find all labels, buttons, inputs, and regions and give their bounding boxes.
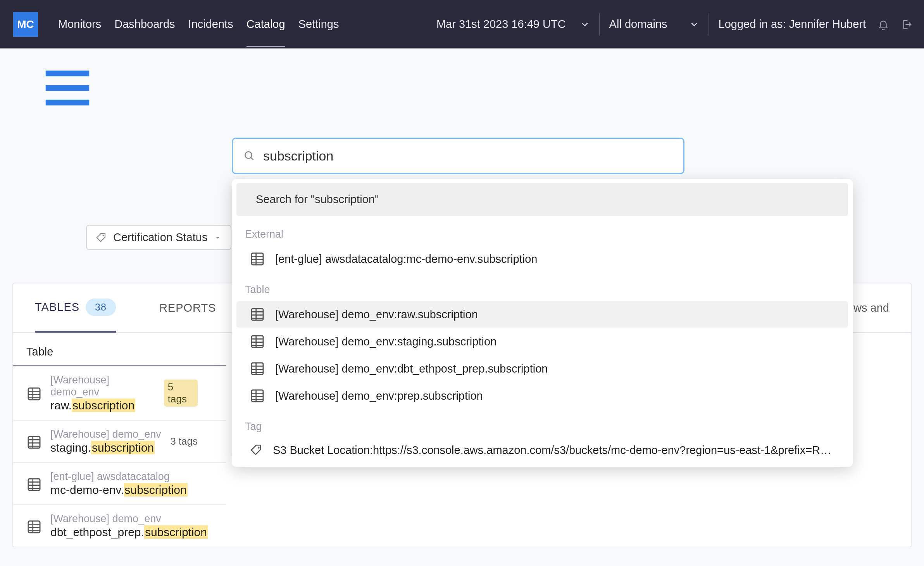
- timestamp-text: Mar 31st 2023 16:49 UTC: [436, 18, 566, 31]
- row-source: [ent-glue] awsdatacatalog: [50, 471, 188, 483]
- tab-label: REPORTS: [159, 302, 216, 314]
- row-name: mc-demo-env.subscription: [50, 483, 188, 497]
- username: Jennifer Hubert: [789, 18, 866, 30]
- autocomplete-item[interactable]: [ent-glue] awsdatacatalog:mc-demo-env.su…: [236, 246, 848, 272]
- table-row[interactable]: [Warehouse] demo_env dbt_ethpost_prep.su…: [13, 505, 226, 547]
- search-for-row[interactable]: Search for "subscription": [236, 183, 848, 216]
- chevron-down-icon: [580, 19, 590, 29]
- hamburger-menu-button[interactable]: [9, 59, 23, 73]
- table-row[interactable]: [ent-glue] awsdatacatalog mc-demo-env.su…: [13, 463, 226, 505]
- app-logo[interactable]: MC: [13, 12, 38, 37]
- autocomplete-item-label: [ent-glue] awsdatacatalog:mc-demo-env.su…: [275, 253, 537, 266]
- table-icon: [250, 388, 265, 404]
- row-name: dbt_ethpost_prep.subscription: [50, 526, 208, 539]
- divider: [709, 13, 709, 36]
- autocomplete-section-header-table: Table: [232, 273, 853, 300]
- row-source: [Warehouse] demo_env: [50, 374, 155, 398]
- search-input[interactable]: [263, 148, 673, 164]
- autocomplete-item-label: [Warehouse] demo_env:staging.subscriptio…: [275, 335, 496, 348]
- nav-link-catalog[interactable]: Catalog: [247, 1, 285, 47]
- search-box[interactable]: [232, 138, 684, 174]
- table-icon: [26, 435, 42, 450]
- search-autocomplete-dropdown: Search for "subscription" External [ent-…: [232, 179, 853, 467]
- table-icon: [26, 477, 42, 492]
- autocomplete-item-label: [Warehouse] demo_env:raw.subscription: [275, 308, 478, 321]
- divider: [599, 13, 600, 36]
- nav-link-dashboards[interactable]: Dashboards: [114, 1, 175, 47]
- autocomplete-item[interactable]: [Warehouse] demo_env:staging.subscriptio…: [236, 328, 848, 355]
- table-icon: [250, 334, 265, 349]
- autocomplete-item-label: S3 Bucket Location:https://s3.console.aw…: [273, 444, 835, 457]
- logout-icon[interactable]: [901, 19, 912, 30]
- nav-link-incidents[interactable]: Incidents: [188, 1, 233, 47]
- table-icon: [250, 251, 265, 267]
- tab-label: TABLES: [35, 301, 79, 314]
- truncated-text: ws and: [853, 302, 889, 314]
- row-source: [Warehouse] demo_env: [50, 428, 161, 440]
- table-icon: [250, 307, 265, 322]
- table-icon: [250, 361, 265, 376]
- primary-nav: Monitors Dashboards Incidents Catalog Se…: [58, 1, 339, 47]
- autocomplete-item[interactable]: [Warehouse] demo_env:dbt_ethpost_prep.su…: [236, 355, 848, 382]
- bell-icon[interactable]: [877, 19, 889, 30]
- search-icon: [243, 150, 255, 162]
- top-navbar: MC Monitors Dashboards Incidents Catalog…: [0, 0, 924, 48]
- nav-link-settings[interactable]: Settings: [298, 1, 339, 47]
- chevron-down-icon: [689, 19, 699, 29]
- table-icon: [26, 519, 42, 535]
- certification-status-label: Certification Status: [113, 231, 207, 244]
- tag-icon: [95, 232, 107, 243]
- autocomplete-item[interactable]: [Warehouse] demo_env:raw.subscription: [236, 301, 848, 328]
- tab-reports[interactable]: REPORTS: [159, 283, 216, 332]
- row-name: raw.subscription: [50, 399, 155, 412]
- certification-status-filter[interactable]: Certification Status: [86, 225, 231, 250]
- caret-down-icon: [214, 233, 222, 242]
- row-source: [Warehouse] demo_env: [50, 513, 208, 525]
- timezone-selector[interactable]: Mar 31st 2023 16:49 UTC: [436, 18, 590, 31]
- domain-selector-label: All domains: [609, 18, 667, 31]
- row-tags-count: 5 tags: [164, 380, 198, 407]
- row-tags-count: 3 tags: [170, 435, 198, 447]
- table-icon: [26, 386, 42, 402]
- tag-icon: [250, 443, 263, 457]
- table-row[interactable]: [Warehouse] demo_env raw.subscription 5 …: [13, 366, 226, 421]
- tab-count-badge: 38: [86, 299, 116, 316]
- autocomplete-item-label: [Warehouse] demo_env:dbt_ethpost_prep.su…: [275, 362, 548, 375]
- row-name: staging.subscription: [50, 441, 161, 454]
- autocomplete-section-header-external: External: [232, 217, 853, 245]
- column-header-table: Table: [13, 333, 226, 366]
- domain-selector[interactable]: All domains: [609, 18, 699, 31]
- autocomplete-item[interactable]: [Warehouse] demo_env:prep.subscription: [236, 383, 848, 409]
- table-row[interactable]: [Warehouse] demo_env staging.subscriptio…: [13, 421, 226, 463]
- autocomplete-item[interactable]: S3 Bucket Location:https://s3.console.aw…: [236, 438, 848, 462]
- autocomplete-section-header-tag: Tag: [232, 410, 853, 437]
- autocomplete-item-label: [Warehouse] demo_env:prep.subscription: [275, 390, 483, 402]
- tab-tables[interactable]: TABLES 38: [35, 284, 116, 333]
- nav-link-monitors[interactable]: Monitors: [58, 1, 101, 47]
- logged-in-user: Logged in as: Jennifer Hubert: [719, 18, 912, 31]
